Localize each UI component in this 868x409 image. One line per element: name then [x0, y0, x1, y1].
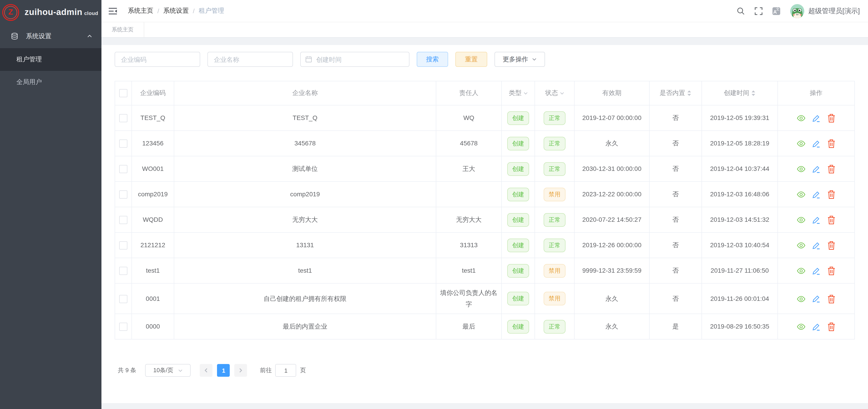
row-checkbox[interactable]	[119, 323, 127, 331]
row-checkbox[interactable]	[119, 114, 127, 123]
edit-button[interactable]	[812, 139, 821, 148]
current-user-name[interactable]: 超级管理员[演示]	[808, 7, 860, 15]
delete-button[interactable]	[827, 190, 836, 199]
search-submit-button[interactable]: 搜索	[417, 52, 448, 67]
col-header-label: 操作	[810, 89, 823, 97]
row-checkbox[interactable]	[119, 165, 127, 173]
delete-button[interactable]	[827, 139, 836, 148]
sidebar: Z zuihou-admincloud 系统设置 租户管理 全局用户	[0, 0, 101, 409]
page-number-button[interactable]: 1	[217, 364, 230, 377]
cell-builtin: 否	[649, 233, 702, 258]
company-name-input[interactable]	[208, 52, 293, 67]
edit-pencil-icon	[812, 191, 821, 199]
type-tag: 创建	[507, 264, 529, 277]
row-checkbox[interactable]	[119, 191, 127, 199]
company-code-input[interactable]	[115, 52, 200, 67]
edit-button[interactable]	[812, 295, 821, 303]
sidebar-item-global-users[interactable]: 全局用户	[0, 71, 101, 94]
goto-page-input[interactable]	[275, 364, 297, 377]
fullscreen-button[interactable]	[754, 7, 762, 15]
col-header-type[interactable]: 类型	[501, 81, 535, 105]
sidebar-group-settings[interactable]: 系统设置	[0, 25, 101, 48]
navbar-right: A 文	[736, 4, 868, 18]
col-header-label: 企业编码	[140, 89, 165, 97]
view-button[interactable]	[797, 114, 806, 123]
more-actions-button[interactable]: 更多操作	[495, 52, 545, 67]
table-row: 0000最后的内置企业最后创建正常永久是2019-08-29 16:50:35	[115, 314, 855, 339]
chevron-down-icon	[532, 57, 537, 62]
view-button[interactable]	[797, 191, 806, 199]
delete-button[interactable]	[827, 241, 836, 250]
create-time-input[interactable]	[300, 52, 409, 67]
edit-button[interactable]	[812, 323, 821, 331]
delete-button[interactable]	[827, 322, 836, 332]
page-size-value: 10条/页	[153, 366, 173, 374]
tab-system-home[interactable]: 系统主页	[101, 22, 144, 37]
cell-company-code: 2121212	[132, 233, 174, 258]
cell-validity: 永久	[575, 131, 649, 156]
edit-pencil-icon	[812, 295, 821, 303]
avatar[interactable]	[790, 4, 804, 18]
delete-button[interactable]	[827, 216, 836, 225]
row-checkbox[interactable]	[119, 242, 127, 250]
breadcrumb-current: 租户管理	[199, 7, 224, 15]
sidebar-item-tenant-management[interactable]: 租户管理	[0, 48, 101, 71]
col-header-label: 创建时间	[724, 89, 749, 97]
cell-created-time: 2019-12-03 10:40:54	[702, 233, 778, 258]
row-checkbox[interactable]	[119, 216, 127, 224]
cell-owner: 填你公司负责人的名字	[436, 283, 501, 314]
view-eye-icon	[797, 216, 806, 224]
col-header-builtin[interactable]: 是否内置	[649, 81, 702, 105]
view-button[interactable]	[797, 140, 806, 148]
fullscreen-icon	[754, 7, 762, 15]
type-tag: 创建	[507, 137, 529, 150]
sidebar-collapse-button[interactable]	[109, 7, 117, 15]
row-checkbox[interactable]	[119, 267, 127, 275]
view-button[interactable]	[797, 165, 806, 173]
delete-trash-icon	[827, 139, 836, 148]
row-checkbox[interactable]	[119, 140, 127, 148]
edit-button[interactable]	[812, 241, 821, 250]
next-page-button[interactable]	[235, 364, 247, 377]
table-body: TEST_QTEST_QWQ创建正常2019-12-07 00:00:00否20…	[115, 105, 855, 339]
col-header-created[interactable]: 创建时间	[702, 81, 778, 105]
type-tag: 创建	[507, 320, 529, 333]
view-button[interactable]	[797, 242, 806, 250]
language-icon: A 文	[772, 7, 780, 15]
delete-button[interactable]	[827, 114, 836, 123]
col-header-code: 企业编码	[132, 81, 174, 105]
delete-button[interactable]	[827, 165, 836, 174]
delete-button[interactable]	[827, 267, 836, 276]
edit-button[interactable]	[812, 216, 821, 225]
language-switch-button[interactable]: A 文	[772, 7, 780, 15]
col-header-status[interactable]: 状态	[535, 81, 575, 105]
breadcrumb-settings[interactable]: 系统设置	[163, 7, 189, 15]
table-row: 0001自己创建的租户拥有所有权限填你公司负责人的名字创建禁用永久否2019-1…	[115, 283, 855, 314]
edit-button[interactable]	[812, 267, 821, 275]
cell-owner: 王大	[436, 156, 501, 181]
reset-button[interactable]: 重置	[455, 52, 487, 67]
cell-owner: WQ	[436, 105, 501, 131]
view-button[interactable]	[797, 323, 806, 331]
select-all-checkbox[interactable]	[119, 89, 127, 97]
view-button[interactable]	[797, 295, 806, 303]
view-button[interactable]	[797, 267, 806, 275]
delete-button[interactable]	[827, 295, 836, 304]
status-tag: 正常	[544, 111, 565, 125]
edit-button[interactable]	[812, 114, 821, 123]
search-button[interactable]	[736, 7, 744, 15]
col-header-label: 责任人	[459, 89, 478, 97]
logo-icon: Z	[2, 4, 19, 21]
edit-button[interactable]	[812, 191, 821, 199]
app-logo[interactable]: Z zuihou-admincloud	[0, 0, 101, 25]
app-window: Z zuihou-admincloud 系统设置 租户管理 全局用户 系统主页 …	[0, 0, 868, 409]
view-button[interactable]	[797, 216, 806, 224]
pagination-bar: 共 9 条 10条/页 1 前往 页	[118, 364, 854, 377]
breadcrumb: 系统主页 / 系统设置 / 租户管理	[128, 7, 224, 15]
edit-button[interactable]	[812, 165, 821, 174]
prev-page-button[interactable]	[200, 364, 213, 377]
breadcrumb-home[interactable]: 系统主页	[128, 7, 153, 15]
table-row: 12345634567845678创建正常永久否2019-12-05 18:28…	[115, 131, 855, 156]
row-checkbox[interactable]	[119, 295, 127, 303]
page-size-select[interactable]: 10条/页	[145, 364, 191, 377]
